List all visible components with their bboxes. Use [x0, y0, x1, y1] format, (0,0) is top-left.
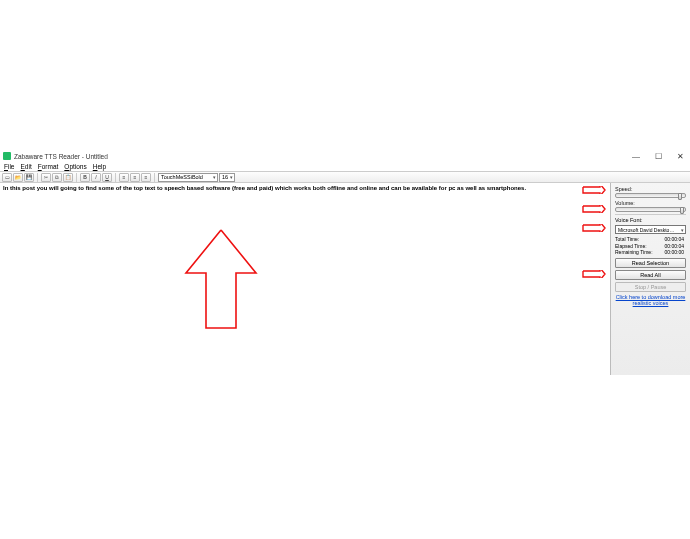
- minimize-button[interactable]: —: [629, 152, 643, 161]
- font-combo-value: TouchMeSSiBold: [161, 174, 203, 180]
- toolbar-cut-icon[interactable]: ✂: [41, 173, 51, 182]
- menu-help[interactable]: Help: [93, 163, 106, 170]
- toolbar-align-left-icon[interactable]: ≡: [119, 173, 129, 182]
- menu-options[interactable]: Options: [64, 163, 86, 170]
- time-info: Total Time:00:00:04 Elapsed Time:00:00:0…: [615, 236, 686, 256]
- download-voices-link[interactable]: Click here to download more realistic vo…: [615, 294, 686, 307]
- toolbar-align-center-icon[interactable]: ≡: [130, 173, 140, 182]
- toolbar-underline-icon[interactable]: U: [102, 173, 112, 182]
- read-selection-button[interactable]: Read Selection: [615, 258, 686, 268]
- volume-slider-thumb[interactable]: [680, 207, 684, 214]
- voice-group-label: Voice Font:: [615, 214, 686, 223]
- voice-select-value: Microsoft David Desktop - English: [618, 227, 676, 233]
- speed-slider-thumb[interactable]: [678, 193, 682, 200]
- volume-slider[interactable]: [615, 207, 686, 212]
- volume-label: Volume:: [615, 200, 686, 206]
- toolbar-bold-icon[interactable]: B: [80, 173, 90, 182]
- toolbar-open-icon[interactable]: 📂: [13, 173, 23, 182]
- toolbar-new-icon[interactable]: ▭: [2, 173, 12, 182]
- annotation-up-arrow: [176, 228, 266, 338]
- menu-edit[interactable]: Edit: [21, 163, 32, 170]
- side-panel: Speed: Volume: Voice Font: Microsoft Dav…: [610, 183, 690, 375]
- toolbar-save-icon[interactable]: 💾: [24, 173, 34, 182]
- menu-format[interactable]: Format: [38, 163, 59, 170]
- speed-slider[interactable]: [615, 193, 686, 198]
- app-icon: [3, 152, 11, 160]
- size-combo[interactable]: 16: [219, 173, 235, 182]
- maximize-button[interactable]: ☐: [651, 152, 665, 161]
- font-combo[interactable]: TouchMeSSiBold: [158, 173, 218, 182]
- toolbar-copy-icon[interactable]: ⧉: [52, 173, 62, 182]
- read-all-button[interactable]: Read All: [615, 270, 686, 280]
- stop-pause-button: Stop / Pause: [615, 282, 686, 292]
- size-combo-value: 16: [222, 174, 228, 180]
- toolbar-paste-icon[interactable]: 📋: [63, 173, 73, 182]
- toolbar-italic-icon[interactable]: I: [91, 173, 101, 182]
- voice-select[interactable]: Microsoft David Desktop - English: [615, 225, 686, 234]
- window-title: Zabaware TTS Reader - Untitled: [14, 153, 629, 160]
- speed-label: Speed:: [615, 186, 686, 192]
- editor-area[interactable]: In this post you will going to find some…: [0, 183, 610, 375]
- menu-file[interactable]: File: [4, 163, 15, 170]
- toolbar-align-right-icon[interactable]: ≡: [141, 173, 151, 182]
- editor-text: In this post you will going to find some…: [3, 185, 526, 191]
- close-button[interactable]: ✕: [673, 152, 687, 161]
